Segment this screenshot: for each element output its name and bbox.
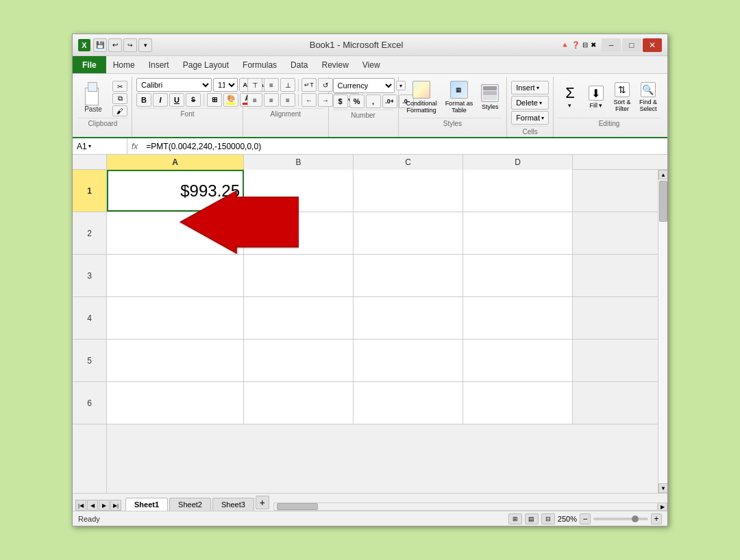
page-break-view-btn[interactable]: ⊟ bbox=[541, 513, 555, 524]
cell-c2[interactable] bbox=[354, 212, 463, 254]
bottom-align-button[interactable]: ⊥ bbox=[280, 78, 295, 92]
cell-c5[interactable] bbox=[354, 340, 463, 381]
cell-c6[interactable] bbox=[354, 382, 463, 424]
row-num-5[interactable]: 5 bbox=[73, 340, 106, 382]
undo-quick-btn[interactable]: ↩ bbox=[108, 38, 122, 52]
view-menu[interactable]: View bbox=[356, 58, 387, 72]
cell-a3[interactable] bbox=[107, 255, 244, 296]
format-as-table-button[interactable]: ▦ Format asTable bbox=[442, 78, 477, 116]
cell-a4[interactable] bbox=[107, 297, 244, 339]
page-layout-menu[interactable]: Page Layout bbox=[176, 58, 236, 72]
close-icon2[interactable]: ✖ bbox=[591, 41, 596, 49]
scroll-up-arrow[interactable]: ▲ bbox=[658, 170, 667, 179]
sort-filter-button[interactable]: ⇅ Sort &Filter bbox=[610, 78, 634, 116]
borders-button[interactable]: ⊞ bbox=[207, 93, 222, 107]
cell-b6[interactable] bbox=[244, 382, 354, 424]
row-num-1[interactable]: 1 bbox=[73, 170, 106, 212]
new-sheet-button[interactable]: + bbox=[256, 496, 269, 509]
sheet-tab-2[interactable]: Sheet2 bbox=[169, 498, 211, 511]
row-num-4[interactable]: 4 bbox=[73, 297, 106, 340]
cell-b4[interactable] bbox=[244, 297, 354, 339]
autosum-button[interactable]: Σ ▾ bbox=[558, 78, 582, 116]
comma-button[interactable]: , bbox=[366, 94, 381, 108]
redo-quick-btn[interactable]: ↪ bbox=[123, 38, 137, 52]
underline-button[interactable]: U bbox=[169, 93, 184, 107]
copy-button[interactable]: ⧉ bbox=[112, 93, 127, 104]
row-num-3[interactable]: 3 bbox=[73, 255, 106, 297]
cell-c3[interactable] bbox=[354, 255, 463, 296]
horizontal-scrollbar[interactable] bbox=[273, 502, 658, 511]
save-quick-btn[interactable]: 💾 bbox=[93, 38, 107, 52]
col-header-b[interactable]: B bbox=[244, 155, 354, 170]
font-name-select[interactable]: Calibri bbox=[136, 78, 212, 92]
sheet-next-btn[interactable]: ▶ bbox=[99, 500, 110, 511]
vertical-scrollbar[interactable]: ▲ ▼ bbox=[658, 170, 667, 493]
left-align-button[interactable]: ≡ bbox=[247, 93, 262, 107]
cell-d6[interactable] bbox=[463, 382, 573, 424]
right-align-button[interactable]: ≡ bbox=[280, 93, 295, 107]
row-num-6[interactable]: 6 bbox=[73, 382, 106, 424]
center-align-button[interactable]: ≡ bbox=[264, 93, 279, 107]
zoom-slider[interactable] bbox=[593, 518, 648, 520]
close-button[interactable]: ✕ bbox=[643, 38, 662, 52]
sheet-tab-1[interactable]: Sheet1 bbox=[125, 498, 168, 511]
page-layout-view-btn[interactable]: ▤ bbox=[525, 513, 539, 524]
paste-button[interactable]: Paste bbox=[78, 79, 108, 115]
cell-c4[interactable] bbox=[354, 297, 463, 339]
sheet-prev-btn[interactable]: ◀ bbox=[87, 500, 98, 511]
data-menu[interactable]: Data bbox=[284, 58, 314, 72]
cell-c1[interactable] bbox=[354, 170, 463, 212]
col-header-c[interactable]: C bbox=[354, 155, 463, 170]
cell-b1[interactable] bbox=[244, 170, 354, 212]
middle-align-button[interactable]: ≡ bbox=[264, 78, 279, 92]
top-align-button[interactable]: ⊤ bbox=[247, 78, 262, 92]
sheet-last-btn[interactable]: ▶| bbox=[110, 500, 121, 511]
fill-color-button[interactable]: 🎨 bbox=[223, 93, 238, 107]
conditional-format-button[interactable]: ConditionalFormatting bbox=[403, 78, 441, 116]
wrap-text-button[interactable]: ↵T bbox=[301, 78, 317, 92]
cut-button[interactable]: ✂ bbox=[112, 81, 127, 92]
home-menu[interactable]: Home bbox=[106, 58, 142, 72]
format-painter-button[interactable]: 🖌 bbox=[112, 105, 127, 116]
cell-d4[interactable] bbox=[463, 297, 573, 339]
cell-d1[interactable] bbox=[463, 170, 573, 212]
cell-a2[interactable] bbox=[107, 212, 244, 254]
fill-button[interactable]: ⬇ Fill ▾ bbox=[584, 78, 608, 116]
cell-a1[interactable]: $993.25 bbox=[107, 170, 244, 212]
strikethrough-button[interactable]: S̶ bbox=[186, 93, 201, 107]
font-size-select[interactable]: 11 bbox=[213, 78, 238, 92]
h-scroll-thumb[interactable] bbox=[277, 503, 318, 510]
percent-button[interactable]: % bbox=[349, 94, 365, 108]
scroll-down-arrow[interactable]: ▼ bbox=[658, 483, 667, 493]
format-cells-button[interactable]: Format ▾ bbox=[511, 111, 549, 125]
cell-a6[interactable] bbox=[107, 382, 244, 424]
restore-icon2[interactable]: ⊟ bbox=[582, 41, 588, 49]
zoom-slider-thumb[interactable] bbox=[632, 516, 639, 522]
indent-dec-button[interactable]: ← bbox=[301, 93, 317, 107]
col-header-a[interactable]: A bbox=[107, 155, 244, 170]
cell-d3[interactable] bbox=[463, 255, 573, 296]
zoom-out-button[interactable]: − bbox=[580, 513, 591, 524]
cell-d5[interactable] bbox=[463, 340, 573, 381]
file-menu[interactable]: File bbox=[73, 56, 106, 73]
scroll-track[interactable] bbox=[658, 179, 667, 483]
review-menu[interactable]: Review bbox=[314, 58, 355, 72]
row-num-2[interactable]: 2 bbox=[73, 212, 106, 255]
zoom-in-button[interactable]: + bbox=[651, 513, 662, 524]
sheet-tab-3[interactable]: Sheet3 bbox=[212, 498, 254, 511]
cell-a5[interactable] bbox=[107, 340, 244, 381]
insert-menu[interactable]: Insert bbox=[142, 58, 176, 72]
find-select-button[interactable]: 🔍 Find &Select bbox=[636, 78, 661, 116]
currency-button[interactable]: $ bbox=[333, 94, 348, 108]
customize-quick-btn[interactable]: ▾ bbox=[138, 38, 152, 52]
cell-reference-box[interactable]: A1 ▾ bbox=[73, 138, 127, 154]
number-format-select[interactable]: Currency bbox=[333, 78, 395, 93]
normal-view-btn[interactable]: ⊞ bbox=[508, 513, 522, 524]
delete-cells-button[interactable]: Delete ▾ bbox=[511, 96, 549, 110]
h-scroll-right[interactable]: ▶ bbox=[658, 502, 667, 511]
bold-button[interactable]: B bbox=[136, 93, 151, 107]
cell-b5[interactable] bbox=[244, 340, 354, 381]
col-header-d[interactable]: D bbox=[463, 155, 573, 170]
minimize-button[interactable]: – bbox=[602, 38, 621, 52]
scroll-thumb[interactable] bbox=[659, 181, 667, 222]
